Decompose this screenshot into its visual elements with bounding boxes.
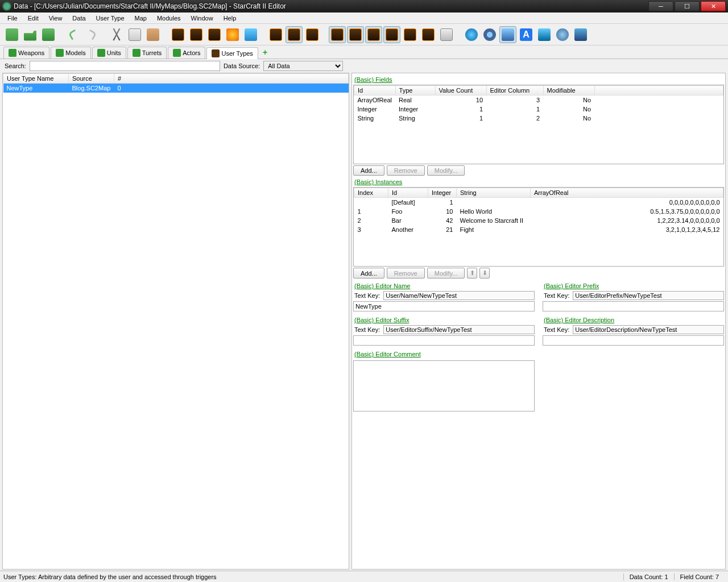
tab-weapons[interactable]: Weapons bbox=[3, 47, 49, 59]
col-id[interactable]: Id bbox=[354, 86, 396, 95]
col-name[interactable]: User Type Name bbox=[3, 74, 69, 84]
view-btn-2[interactable] bbox=[286, 26, 303, 43]
minimize-button[interactable]: ─ bbox=[648, 1, 673, 11]
col-index[interactable]: Index bbox=[354, 188, 388, 198]
fields-add-button[interactable]: Add... bbox=[353, 165, 384, 176]
menu-window[interactable]: Window bbox=[186, 14, 218, 23]
data-btn-3[interactable] bbox=[206, 26, 223, 43]
type-row[interactable]: NewType Blog.SC2Map 0 bbox=[3, 84, 349, 93]
move-up-button[interactable]: ⬆ bbox=[467, 268, 477, 278]
close-button[interactable]: ✕ bbox=[701, 1, 726, 11]
editor-comment-value[interactable] bbox=[353, 360, 535, 411]
editor-suffix-title[interactable]: (Basic) Editor Suffix bbox=[353, 315, 535, 325]
editor-name-title[interactable]: (Basic) Editor Name bbox=[353, 281, 535, 291]
col-str[interactable]: String bbox=[457, 188, 531, 198]
tab-turrets[interactable]: Turrets bbox=[127, 47, 167, 59]
instances-remove-button[interactable]: Remove bbox=[387, 268, 425, 278]
instance-row[interactable]: 3Another21Fight3,2,1,0,1,2,3,4,5,12 bbox=[354, 225, 723, 234]
fields-remove-button[interactable]: Remove bbox=[387, 165, 425, 176]
panel-btn-5[interactable] bbox=[402, 26, 419, 43]
col-ec[interactable]: Editor Column bbox=[486, 86, 543, 95]
xml-button[interactable] bbox=[438, 26, 455, 43]
instances-modify-button[interactable]: Modify... bbox=[427, 268, 465, 278]
fields-title[interactable]: (Basic) Fields bbox=[353, 74, 724, 85]
col-id[interactable]: Id bbox=[388, 188, 428, 198]
fields-table[interactable]: Id Type Value Count Editor Column Modifi… bbox=[354, 85, 723, 123]
data-module-button[interactable] bbox=[499, 26, 516, 43]
menu-view[interactable]: View bbox=[44, 14, 68, 23]
field-row[interactable]: IntegerInteger11No bbox=[354, 105, 723, 114]
menu-usertype[interactable]: User Type bbox=[91, 14, 130, 23]
import-button[interactable] bbox=[536, 26, 553, 43]
datasource-select[interactable]: All Data bbox=[263, 61, 343, 71]
menu-help[interactable]: Help bbox=[218, 14, 242, 23]
menu-data[interactable]: Data bbox=[67, 14, 90, 23]
new-button[interactable] bbox=[3, 26, 20, 43]
undo-button[interactable] bbox=[65, 26, 82, 43]
menu-edit[interactable]: Edit bbox=[23, 14, 44, 23]
tab-actors[interactable]: Actors bbox=[168, 47, 205, 59]
menu-file[interactable]: File bbox=[2, 14, 23, 23]
instance-row[interactable]: [Default]10,0,0,0,0,0,0,0,0,0 bbox=[354, 198, 723, 207]
view-btn-1[interactable] bbox=[267, 26, 284, 43]
menu-map[interactable]: Map bbox=[130, 14, 152, 23]
editor-prefix-key[interactable] bbox=[573, 291, 724, 300]
cut-button[interactable] bbox=[108, 26, 125, 43]
tab-units[interactable]: Units bbox=[92, 47, 126, 59]
paste-button[interactable] bbox=[144, 26, 162, 43]
col-source[interactable]: Source bbox=[69, 74, 114, 84]
view-btn-3[interactable] bbox=[304, 26, 321, 43]
instances-table[interactable]: Index Id Integer String ArrayOfReal [Def… bbox=[354, 188, 723, 234]
panel-btn-1[interactable] bbox=[329, 26, 346, 43]
editor-suffix-section: (Basic) Editor Suffix Text Key: bbox=[353, 315, 535, 346]
panel-btn-3[interactable] bbox=[365, 26, 382, 43]
search-input[interactable] bbox=[30, 61, 220, 71]
instances-add-button[interactable]: Add... bbox=[353, 268, 384, 278]
copy-button[interactable] bbox=[126, 26, 143, 43]
link-button[interactable] bbox=[242, 26, 259, 43]
data-btn-2[interactable] bbox=[188, 26, 205, 43]
editor-suffix-key[interactable] bbox=[383, 325, 535, 334]
ai-button[interactable] bbox=[554, 26, 571, 43]
tab-models[interactable]: Models bbox=[51, 47, 90, 59]
panel-btn-6[interactable] bbox=[420, 26, 437, 43]
editor-comment-title[interactable]: (Basic) Editor Comment bbox=[353, 349, 535, 359]
editor-name-value[interactable] bbox=[353, 301, 535, 311]
editor-name-key[interactable] bbox=[383, 291, 535, 300]
triggers-button[interactable] bbox=[481, 26, 498, 43]
instance-row[interactable]: 1Foo10Hello World0.5,1.5,3.75,0,0,0,0,0,… bbox=[354, 207, 723, 216]
col-int[interactable]: Integer bbox=[428, 188, 457, 198]
editor-desc-title[interactable]: (Basic) Editor Description bbox=[543, 315, 724, 325]
col-vc[interactable]: Value Count bbox=[435, 86, 486, 95]
data-btn-1[interactable] bbox=[169, 26, 187, 43]
tab-usertypes[interactable]: User Types bbox=[206, 47, 258, 59]
add-tab-button[interactable]: + bbox=[259, 46, 271, 59]
editor-desc-key[interactable] bbox=[573, 325, 724, 334]
menu-modules[interactable]: Modules bbox=[152, 14, 186, 23]
overview-button[interactable] bbox=[572, 26, 589, 43]
field-row[interactable]: ArrayOfRealReal103No bbox=[354, 95, 723, 105]
editor-suffix-value[interactable] bbox=[353, 335, 535, 346]
type-table[interactable]: User Type Name Source # NewType Blog.SC2… bbox=[3, 73, 349, 93]
col-mod[interactable]: Modifiable bbox=[543, 86, 594, 95]
fields-modify-button[interactable]: Modify... bbox=[427, 165, 465, 176]
editor-desc-value[interactable] bbox=[543, 335, 724, 346]
editor-prefix-title[interactable]: (Basic) Editor Prefix bbox=[543, 281, 724, 291]
instance-row[interactable]: 2Bar42Welcome to Starcraft II1,2,22,3.14… bbox=[354, 216, 723, 225]
panel-btn-2[interactable] bbox=[347, 26, 364, 43]
col-count[interactable]: # bbox=[114, 74, 348, 84]
terrain-button[interactable] bbox=[463, 26, 480, 43]
redo-button[interactable] bbox=[83, 26, 100, 43]
move-down-button[interactable]: ⬇ bbox=[479, 268, 490, 278]
editor-prefix-value[interactable] bbox=[543, 301, 724, 311]
open-button[interactable] bbox=[22, 26, 39, 43]
instances-title[interactable]: (Basic) Instances bbox=[353, 177, 724, 187]
field-row[interactable]: StringString12No bbox=[354, 114, 723, 123]
text-button[interactable]: A bbox=[518, 26, 535, 43]
maximize-button[interactable]: ☐ bbox=[675, 1, 700, 11]
col-type[interactable]: Type bbox=[395, 86, 435, 95]
effects-button[interactable] bbox=[224, 26, 241, 43]
panel-btn-4[interactable] bbox=[383, 26, 400, 43]
save-button[interactable] bbox=[40, 26, 57, 43]
col-arr[interactable]: ArrayOfReal bbox=[531, 188, 723, 198]
